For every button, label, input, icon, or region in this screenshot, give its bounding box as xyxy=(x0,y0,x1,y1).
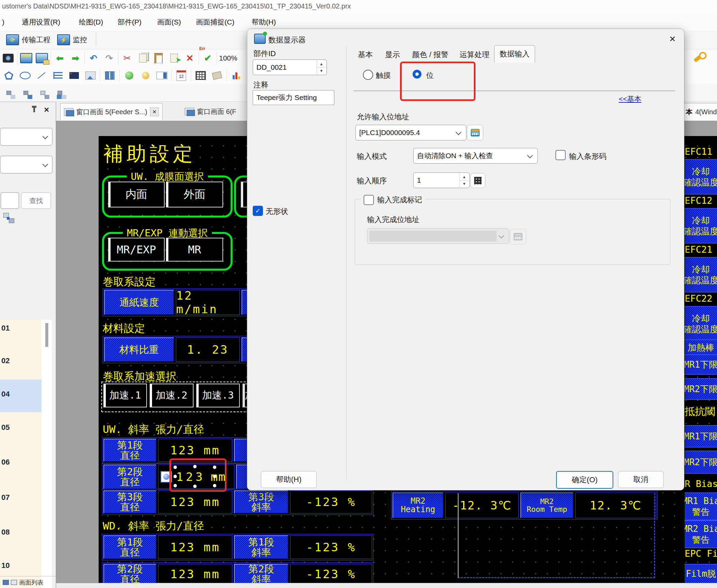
redo-icon[interactable]: ↷ xyxy=(102,51,116,65)
keypad-part-icon[interactable] xyxy=(210,69,224,82)
uw-diameter-row-3[interactable]: 第3段直径 123 mm 第3段斜率 -123 % xyxy=(102,489,373,515)
tab-color-alarm[interactable]: 颜色 / 报警 xyxy=(406,47,454,62)
heater-rod-button[interactable]: 加熱棒 xyxy=(685,339,717,356)
tree-icon-3[interactable] xyxy=(36,86,50,100)
menu-item-parts[interactable]: 部件(P) xyxy=(118,14,141,31)
mr2-lower-limit-button[interactable]: MR2下限 xyxy=(685,451,717,474)
paste-icon[interactable] xyxy=(152,51,165,65)
save-icon[interactable] xyxy=(35,51,49,65)
comment-input[interactable]: Teeper張力 Setting xyxy=(253,90,334,105)
heating-label-cell[interactable]: MR2Heating xyxy=(393,492,444,518)
screen-list-item[interactable]: 01 xyxy=(1,324,10,333)
tab-base-4[interactable]: 本 4(Wind xyxy=(684,103,717,120)
tab-data-input[interactable]: 数据输入 xyxy=(494,45,535,63)
slope-label-cell[interactable]: 第1段斜率 xyxy=(234,535,288,559)
allow-input-address-combo[interactable]: [PLC1]D0000095.4 xyxy=(355,125,466,140)
input-order-spinner[interactable]: ▲▼ xyxy=(460,173,469,187)
part-id-input[interactable]: DD_0021 ▲▼ xyxy=(253,60,327,75)
row-label-cell[interactable]: 第2段直径 xyxy=(103,465,156,489)
material-density-row[interactable]: 材料比重 1. 23 xyxy=(103,336,265,363)
polygon-tool-icon[interactable] xyxy=(2,69,16,82)
lamp-part-icon[interactable] xyxy=(139,69,152,82)
cooling-confirm-button[interactable]: 冷却確認温度 xyxy=(685,257,717,292)
row-value-cell[interactable]: 123 mm xyxy=(158,564,232,584)
slope-value-cell[interactable]: -123 % xyxy=(290,535,372,559)
delete-icon[interactable]: ✕ xyxy=(183,51,197,65)
combo-part-icon[interactable] xyxy=(155,69,169,82)
input-order-input[interactable]: 1 ▲▼ xyxy=(413,172,470,188)
address-keypad-button[interactable] xyxy=(467,125,483,140)
align-tool-icon[interactable] xyxy=(51,69,65,82)
paper-speed-label-cell[interactable]: 通紙速度 xyxy=(104,290,174,315)
help-button[interactable]: 帮助(H) xyxy=(261,471,317,488)
duplicate-icon[interactable]: ➤ xyxy=(167,51,181,65)
tab-operation[interactable]: 运算处理 xyxy=(456,47,493,62)
density-value-cell[interactable]: 1. 23 xyxy=(176,337,240,362)
copy-icon[interactable] xyxy=(136,51,150,65)
zoom-level[interactable]: 100% xyxy=(219,54,237,62)
dialog-close-icon[interactable]: ✕ xyxy=(666,33,679,45)
input-mode-combo[interactable]: 自动清除ON + 输入检查 xyxy=(413,148,538,164)
monitor-button[interactable]: ⚡ 监控 xyxy=(57,33,87,46)
menu-item-draw[interactable]: 绘图(D) xyxy=(79,14,103,31)
mr1-lower-limit-button[interactable]: MR1下限 xyxy=(685,425,717,448)
completion-flag-checkbox[interactable] xyxy=(364,195,374,205)
image-tool-icon[interactable] xyxy=(84,69,97,82)
accel-3-button[interactable]: 加速.3 xyxy=(196,384,240,407)
dock-close-icon[interactable]: ✕ xyxy=(41,105,52,115)
search-input[interactable] xyxy=(1,192,19,209)
screen-list-item[interactable]: 06 xyxy=(1,458,10,467)
cut-icon[interactable]: ✂ xyxy=(120,51,134,65)
line-tool-icon[interactable] xyxy=(35,69,48,82)
graph-part-icon[interactable] xyxy=(230,69,243,82)
slope-value-cell[interactable]: -123 % xyxy=(290,564,372,584)
mr-exp-link-select-group[interactable]: MR/EXP 連動選択 MR/EXP MR xyxy=(102,232,233,271)
new-project-icon[interactable]: NEW xyxy=(19,51,33,65)
slope-label-cell[interactable]: 第2段斜率 xyxy=(234,564,288,584)
film-detach-button[interactable]: Film脱 xyxy=(685,564,717,584)
screen-list-item[interactable]: 10 xyxy=(1,561,10,570)
screen-type-dropdown[interactable] xyxy=(0,128,52,146)
row-label-cell[interactable]: 第1段直径 xyxy=(103,439,156,462)
scrollbar-thumb[interactable] xyxy=(45,323,48,347)
screen-list-tab-label[interactable]: 画面列表 xyxy=(19,578,44,587)
tree-icon-2[interactable] xyxy=(19,86,33,100)
barcode-checkbox[interactable] xyxy=(555,150,566,160)
menu-item-help[interactable]: 帮助(H) xyxy=(252,14,276,31)
menu-item-common-settings[interactable]: 通用设置(R) xyxy=(22,14,60,31)
tab-basic[interactable]: 基本 xyxy=(353,47,377,62)
date-part-icon[interactable]: 12 xyxy=(174,69,188,82)
mr2-bias-warning-button[interactable]: MR2 Bia警告 xyxy=(685,520,717,548)
wd-diameter-row-2[interactable]: 第2段直径 123 mm 第2段斜率 -123 % xyxy=(102,562,373,586)
screen-list-tab-icon[interactable] xyxy=(3,580,9,585)
accel-2-button[interactable]: 加速.2 xyxy=(150,384,193,407)
tree-icon-4[interactable] xyxy=(53,86,67,100)
forward-screen-icon[interactable]: ➡ xyxy=(69,51,82,65)
tile-windows-icon[interactable] xyxy=(103,69,117,82)
sphere-part-icon[interactable] xyxy=(122,69,136,82)
tab-window-screen-5[interactable]: 窗口画面 5(Feeder S...) ✕ xyxy=(60,103,163,120)
back-screen-icon[interactable]: ⬅ xyxy=(53,51,67,65)
screen-list-item[interactable]: 08 xyxy=(1,528,10,537)
slope-value-cell[interactable]: -123 % xyxy=(290,490,372,514)
preview-icon[interactable] xyxy=(1,51,15,65)
paper-speed-row[interactable]: 通紙速度 12 m/min xyxy=(103,288,265,316)
cooling-confirm-button[interactable]: 冷却確認温度 xyxy=(685,208,717,243)
row-value-cell[interactable]: 123 mm xyxy=(158,490,232,514)
menu-item-cut[interactable]: ) xyxy=(2,14,4,31)
tab-display[interactable]: 显示 xyxy=(381,47,404,62)
mr1-lower-limit-button[interactable]: MR1下限 xyxy=(685,354,717,375)
ok-button[interactable]: 确定(O) xyxy=(556,471,613,489)
screen-list-item-selected[interactable]: 04 xyxy=(1,390,10,399)
touch-radio[interactable] xyxy=(363,70,373,80)
part-id-spinner[interactable]: ▲▼ xyxy=(317,61,326,74)
screen-list-item[interactable]: 07 xyxy=(1,493,10,502)
tab-close-icon[interactable]: ✕ xyxy=(150,107,159,116)
tools-wrench-icon[interactable] xyxy=(693,52,705,63)
accel-select-group[interactable]: 加速.1 加速.2 加速.3 加 xyxy=(101,382,259,412)
paper-speed-value-cell[interactable]: 12 m/min xyxy=(176,290,240,315)
menu-item-screen-capture[interactable]: 画面捕捉(C) xyxy=(196,14,234,31)
cooling-confirm-button[interactable]: 冷却確認温度 xyxy=(685,159,717,195)
row-label-cell[interactable]: 第1段直径 xyxy=(103,535,156,559)
menu-item-screen[interactable]: 画面(S) xyxy=(157,14,181,31)
